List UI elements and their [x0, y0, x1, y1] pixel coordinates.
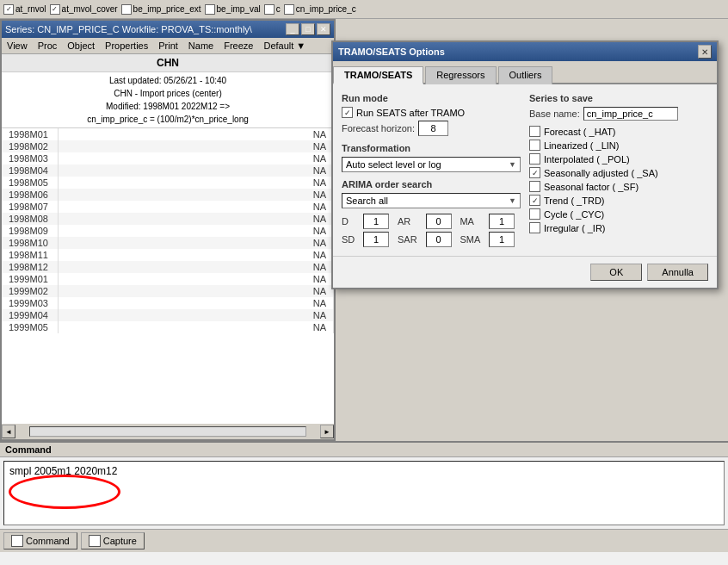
file-item-at-rnvol[interactable]: at_rnvol — [3, 4, 46, 15]
scroll-area: ◄ ► — [2, 424, 334, 439]
run-seats-label: Run SEATS after TRAMO — [356, 108, 465, 118]
series-save-row: Cycle ( _CYC) — [529, 208, 708, 220]
file-checkbox-c[interactable] — [264, 4, 275, 15]
file-label-at-mvol-cover: at_mvol_cover — [62, 4, 118, 14]
series-save-label: Seasonally adjusted ( _SA) — [544, 168, 658, 178]
series-save-checkbox[interactable] — [529, 167, 540, 178]
arima-title: ARIMA order search — [342, 179, 521, 189]
series-save-checkbox[interactable] — [529, 153, 540, 165]
file-item-cn-imp-price-c[interactable]: cn_imp_price_c — [284, 4, 356, 15]
scroll-right-btn[interactable]: ► — [320, 425, 334, 438]
row-value: NA — [58, 309, 334, 321]
series-checkboxes: Forecast ( _HAT) Linearized ( _LIN) Inte… — [529, 126, 708, 233]
dialog-titlebar: TRAMO/SEATS Options ✕ — [333, 42, 717, 61]
file-checkbox-be-imp-price-ext[interactable] — [121, 4, 132, 15]
file-item-at-mvol-cover[interactable]: at_mvol_cover — [50, 4, 118, 15]
row-date: 1999M05 — [2, 321, 58, 333]
row-date: 1998M06 — [2, 189, 58, 201]
table-row: 1998M01NA — [2, 128, 334, 140]
menu-name[interactable]: Name — [183, 39, 219, 53]
series-save-row: Seasonal factor ( _SF) — [529, 181, 708, 192]
row-date: 1998M09 — [2, 225, 58, 237]
arima-select[interactable]: Search all ▼ — [342, 193, 521, 208]
menu-properties[interactable]: Properties — [100, 39, 153, 53]
file-item-be-imp-val[interactable]: be_imp_val — [205, 4, 261, 15]
row-value: NA — [58, 225, 334, 237]
cancel-button[interactable]: Annulla — [647, 264, 708, 281]
file-checkbox-at-mvol-cover[interactable] — [50, 4, 60, 15]
series-save-checkbox[interactable] — [529, 208, 540, 220]
series-save-checkbox[interactable] — [529, 195, 540, 206]
command-icon — [11, 535, 23, 547]
menu-default[interactable]: Default ▼ — [258, 39, 311, 53]
row-date: 1998M08 — [2, 213, 58, 225]
series-info-line1: Last updated: 05/26/21 - 10:40 — [7, 74, 329, 87]
file-checkbox-cn-imp-price-c[interactable] — [284, 4, 294, 15]
series-save-checkbox[interactable] — [529, 126, 540, 137]
menu-object[interactable]: Object — [62, 39, 100, 53]
d-label: D — [342, 216, 361, 227]
menu-freeze[interactable]: Freeze — [219, 39, 258, 53]
file-item-be-imp-price-ext[interactable]: be_imp_price_ext — [121, 4, 201, 15]
forecast-input[interactable] — [418, 121, 448, 136]
workfile-minimize-btn[interactable]: _ — [286, 23, 299, 35]
scroll-left-btn[interactable]: ◄ — [2, 425, 15, 438]
file-checkbox-at-rnvol[interactable] — [3, 4, 14, 15]
tab-regressors[interactable]: Regressors — [425, 66, 496, 84]
forecast-label: Forecast horizon: — [342, 123, 415, 133]
dialog-left-panel: Run mode Run SEATS after TRAMO Forecast … — [342, 93, 521, 247]
series-save-checkbox[interactable] — [529, 222, 540, 233]
workfile-menu: View Proc Object Properties Print Name F… — [2, 38, 334, 54]
command-footer: Command Capture — [0, 529, 728, 552]
row-value: NA — [58, 152, 334, 165]
dialog-title: TRAMO/SEATS Options — [338, 47, 445, 57]
series-save-checkbox[interactable] — [529, 140, 540, 151]
ma-input[interactable] — [489, 214, 515, 229]
command-input[interactable]: smpl 2005m1 2020m12 — [3, 461, 725, 525]
sar-input[interactable] — [426, 232, 452, 247]
ar-input[interactable] — [426, 214, 452, 229]
command-btn[interactable]: Command — [3, 532, 77, 549]
row-value: NA — [58, 285, 334, 297]
file-label-cn-imp-price-c: cn_imp_price_c — [296, 4, 356, 14]
series-save-row: Linearized ( _LIN) — [529, 140, 708, 151]
ok-button[interactable]: OK — [590, 264, 642, 281]
series-save-row: Interpolated ( _POL) — [529, 153, 708, 165]
menu-print[interactable]: Print — [153, 39, 183, 53]
command-header: Command — [0, 443, 728, 457]
sd-input[interactable] — [363, 232, 389, 247]
file-label-at-rnvol: at_rnvol — [15, 4, 46, 14]
transformation-select[interactable]: Auto select level or log ▼ — [342, 157, 521, 172]
row-value: NA — [58, 321, 334, 333]
dialog-body: Run mode Run SEATS after TRAMO Forecast … — [333, 84, 717, 256]
file-label-be-imp-val: be_imp_val — [217, 4, 261, 14]
menu-proc[interactable]: Proc — [33, 39, 63, 53]
run-seats-checkbox[interactable] — [342, 107, 353, 118]
dialog-footer: OK Annulla — [333, 256, 717, 288]
table-row: 1999M02NA — [2, 285, 334, 297]
workfile-maximize-btn[interactable]: □ — [301, 23, 315, 35]
scrollbar-track[interactable] — [29, 426, 306, 437]
file-checkbox-be-imp-val[interactable] — [205, 4, 215, 15]
dialog-right-panel: Series to save Base name: Forecast ( _HA… — [529, 93, 708, 247]
file-item-c[interactable]: c — [264, 4, 281, 15]
series-save-checkbox[interactable] — [529, 181, 540, 192]
tab-outliers[interactable]: Outliers — [498, 66, 553, 84]
ar-label: AR — [398, 216, 423, 227]
data-table: 1998M01NA1998M02NA1998M03NA1998M04NA1998… — [2, 128, 334, 430]
row-value: NA — [58, 201, 334, 213]
sma-input[interactable] — [489, 232, 515, 247]
row-date: 1998M02 — [2, 140, 58, 152]
run-mode-title: Run mode — [342, 93, 521, 103]
base-name-input[interactable] — [583, 107, 678, 121]
series-save-row: Forecast ( _HAT) — [529, 126, 708, 137]
base-name-label: Base name: — [529, 109, 580, 119]
capture-btn[interactable]: Capture — [81, 532, 145, 549]
workfile-close-btn[interactable]: ✕ — [317, 23, 330, 35]
tab-tramo-seats[interactable]: TRAMO/SEATS — [333, 66, 423, 84]
menu-view[interactable]: View — [2, 39, 33, 53]
row-date: 1998M07 — [2, 201, 58, 213]
d-input[interactable] — [363, 214, 389, 229]
dialog-close-btn[interactable]: ✕ — [698, 45, 712, 59]
series-save-row: Irregular ( _IR) — [529, 222, 708, 233]
